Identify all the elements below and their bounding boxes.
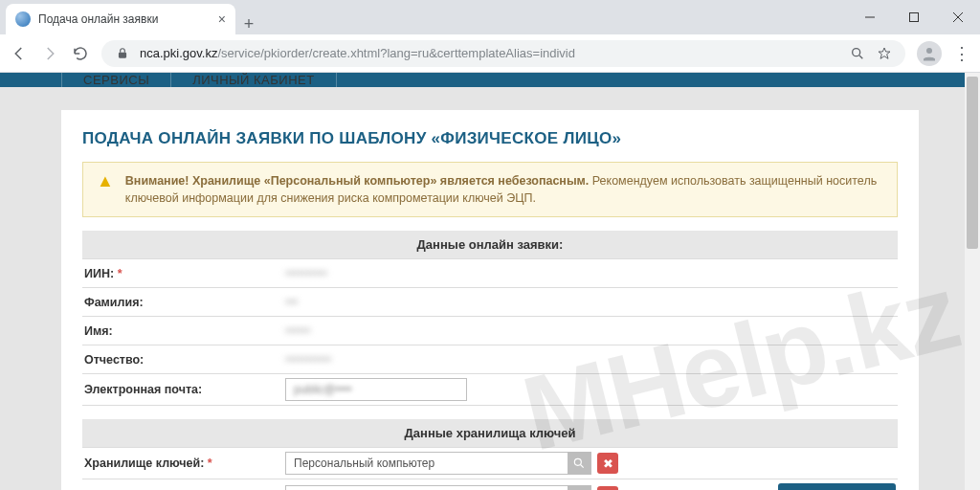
label-keystore: Хранилище ключей: * — [82, 451, 283, 476]
close-window-button[interactable] — [936, 0, 980, 34]
label-keypath: Путь к хранилищу ключей: * — [82, 484, 283, 490]
svg-point-5 — [853, 48, 860, 56]
search-icon[interactable] — [568, 485, 590, 490]
lock-icon — [113, 44, 132, 63]
close-tab-icon[interactable]: × — [218, 11, 226, 27]
warning-icon: ▲ — [97, 172, 114, 207]
row-keystore: Хранилище ключей: * Персональный компьют… — [82, 448, 898, 479]
site-nav-bar: СЕРВИСЫ ЛИЧНЫЙ КАБИНЕТ — [0, 73, 980, 87]
window-controls — [848, 0, 980, 34]
back-button[interactable] — [10, 44, 29, 63]
label-lastname: Фамилия: — [82, 290, 283, 315]
main-panel: ПОДАЧА ОНЛАЙН ЗАЯВКИ ПО ШАБЛОНУ «ФИЗИЧЕС… — [61, 110, 919, 490]
label-patronymic: Отчество: — [82, 347, 283, 372]
svg-rect-1 — [910, 13, 919, 22]
page-viewport: СЕРВИСЫ ЛИЧНЫЙ КАБИНЕТ ПОДАЧА ОНЛАЙН ЗАЯ… — [0, 73, 980, 490]
svg-line-6 — [859, 56, 862, 58]
svg-point-8 — [574, 459, 581, 466]
row-patronymic: Отчество: ••••••••••• — [82, 345, 898, 374]
page-title: ПОДАЧА ОНЛАЙН ЗАЯВКИ ПО ШАБЛОНУ «ФИЗИЧЕС… — [82, 129, 898, 148]
maximize-button[interactable] — [892, 0, 936, 34]
tab-title: Подача онлайн заявки — [38, 12, 211, 26]
profile-avatar[interactable] — [917, 41, 942, 66]
request-data-grid: ИИН: * •••••••••• Фамилия: ••• Имя: ••••… — [82, 258, 898, 406]
forward-button[interactable] — [40, 44, 59, 63]
value-lastname: ••• — [283, 292, 898, 313]
label-firstname: Имя: — [82, 319, 283, 344]
search-icon[interactable] — [568, 452, 590, 475]
section-request-data: Данные онлайн заявки: — [82, 231, 898, 258]
star-icon[interactable] — [875, 44, 894, 63]
warning-text: Внимание! Хранилище «Персональный компью… — [125, 172, 883, 207]
browser-tab[interactable]: Подача онлайн заявки × — [6, 4, 235, 34]
svg-rect-4 — [119, 52, 126, 57]
value-firstname: •••••• — [283, 321, 898, 342]
new-tab-button[interactable]: + — [235, 14, 262, 34]
reload-button[interactable] — [71, 44, 90, 63]
warning-banner: ▲ Внимание! Хранилище «Персональный комп… — [82, 162, 898, 217]
label-iin: ИИН: * — [82, 261, 283, 286]
row-iin: ИИН: * •••••••••• — [82, 259, 898, 288]
row-firstname: Имя: •••••• — [82, 317, 898, 345]
browser-toolbar: nca.pki.gov.kz/service/pkiorder/create.x… — [0, 34, 980, 73]
value-iin: •••••••••• — [283, 263, 898, 284]
row-email: Электронная почта: public@•••• — [82, 374, 898, 406]
favicon-icon — [15, 11, 31, 27]
menu-button[interactable]: ⋮ — [953, 43, 970, 64]
submit-button[interactable]: Подать заявку — [778, 483, 896, 490]
address-bar[interactable]: nca.pki.gov.kz/service/pkiorder/create.x… — [101, 40, 905, 67]
browser-chrome: Подача онлайн заявки × + nca.pki.gov.kz/… — [0, 0, 980, 73]
label-email: Электронная почта: — [82, 377, 283, 402]
value-keystore: Персональный компьютер ✖ — [283, 448, 898, 479]
nav-account[interactable]: ЛИЧНЫЙ КАБИНЕТ — [171, 73, 337, 87]
scroll-thumb[interactable] — [967, 77, 978, 249]
value-keypath: C:\Users\MHelp.pro\Desktop\ЭЦП до 02.02.… — [283, 479, 898, 490]
section-keystore: Данные хранилища ключей — [82, 419, 898, 447]
scrollbar[interactable] — [965, 73, 980, 490]
row-lastname: Фамилия: ••• — [82, 288, 898, 317]
keypath-input[interactable]: C:\Users\MHelp.pro\Desktop\ЭЦП до 02.02.… — [285, 485, 591, 490]
tab-strip: Подача онлайн заявки × + — [0, 0, 980, 34]
row-keypath: Путь к хранилищу ключей: * C:\Users\MHel… — [82, 479, 898, 490]
value-patronymic: ••••••••••• — [283, 349, 898, 370]
url-text: nca.pki.gov.kz/service/pkiorder/create.x… — [140, 46, 575, 60]
clear-keypath-button[interactable]: ✖ — [597, 486, 618, 490]
value-email: public@•••• — [283, 374, 898, 405]
keystore-input[interactable]: Персональный компьютер — [285, 452, 591, 475]
nav-services[interactable]: СЕРВИСЫ — [61, 73, 171, 87]
clear-keystore-button[interactable]: ✖ — [597, 453, 618, 474]
zoom-icon[interactable] — [848, 44, 867, 63]
svg-point-7 — [926, 48, 932, 54]
svg-line-9 — [581, 465, 584, 468]
keystore-grid: Хранилище ключей: * Персональный компьют… — [82, 447, 898, 490]
minimize-button[interactable] — [848, 0, 892, 34]
